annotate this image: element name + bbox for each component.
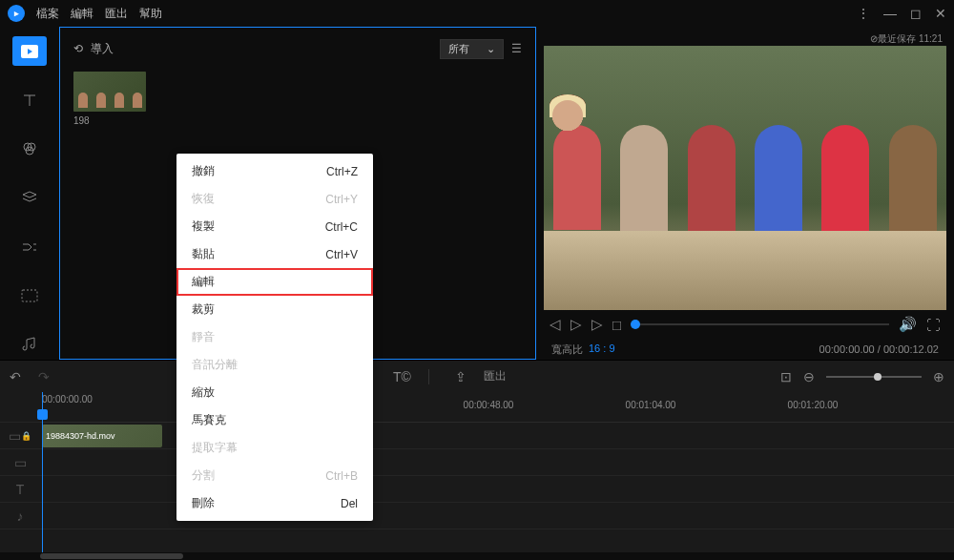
svg-rect-5 xyxy=(22,290,37,301)
timeline-toolbar: ↶ ↷ ⊞ ⛶ ⊙ 🎙 T© ⇪ 匯出 ⊡ ⊖ ⊕ xyxy=(0,360,954,392)
thumbnail-label: 198 xyxy=(73,115,146,126)
ctx-crop[interactable]: 裁剪 xyxy=(176,296,373,323)
text-tool-icon[interactable]: T© xyxy=(393,369,411,384)
ctx-split[interactable]: 分割Ctrl+B xyxy=(176,462,373,489)
ctx-delete[interactable]: 刪除Del xyxy=(176,489,373,517)
track-label-text[interactable]: T xyxy=(0,476,40,503)
preview-info: 寬高比 16 : 9 00:00:00.00 / 00:00:12.02 xyxy=(544,339,946,360)
track-label-overlay[interactable]: ▭ xyxy=(0,449,40,476)
thumbnail-image xyxy=(73,72,146,112)
ctx-mosaic[interactable]: 馬賽克 xyxy=(176,406,373,434)
track-labels: ▭🔒 ▭ T ♪ xyxy=(0,392,40,552)
close-icon[interactable]: ✕ xyxy=(935,6,946,21)
sidebar-item-transition[interactable] xyxy=(12,232,47,261)
zoom-slider[interactable] xyxy=(826,376,922,378)
zoom-out-icon[interactable]: ⊖ xyxy=(803,369,815,384)
titlebar: ▸ 檔案 編輯 匯出 幫助 ⋮ — ◻ ✕ xyxy=(0,0,954,27)
import-icon[interactable]: ⟲ xyxy=(73,42,83,55)
sidebar xyxy=(0,27,59,360)
zoom-in-icon[interactable]: ⊕ xyxy=(933,369,944,384)
sidebar-item-audio[interactable] xyxy=(12,330,47,360)
scrollbar-thumb[interactable] xyxy=(40,553,183,559)
ctx-edit[interactable]: 編輯 xyxy=(176,268,373,296)
redo-icon[interactable]: ↷ xyxy=(38,369,50,384)
timeline-scrollbar[interactable] xyxy=(0,552,954,560)
volume-icon[interactable]: 🔊 xyxy=(899,316,917,333)
main-menu: 檔案 編輯 匯出 幫助 xyxy=(36,6,162,22)
media-header: ⟲ 導入 所有 ⌄ ☰ xyxy=(73,35,522,62)
ctx-copy[interactable]: 複製Ctrl+C xyxy=(176,213,373,240)
fullscreen-icon[interactable]: ⛶ xyxy=(926,317,941,333)
autosave-label: ⊘最近保存 11:21 xyxy=(544,32,946,46)
preview-viewport[interactable] xyxy=(544,46,946,310)
ruler-mark: 00:01:20.00 xyxy=(788,400,839,410)
timeline: ▭🔒 ▭ T ♪ 00:00:00.00 00:00:32.00 00:00:4… xyxy=(0,392,954,552)
main-body: ⟲ 導入 所有 ⌄ ☰ 198 撤銷Ctrl+Z 恢復Ctrl+Y xyxy=(0,27,954,360)
menu-edit[interactable]: 編輯 xyxy=(71,6,93,22)
menu-help[interactable]: 幫助 xyxy=(139,6,162,22)
window-controls: ⋮ — ◻ ✕ xyxy=(857,6,946,21)
ruler-mark: 00:01:04.00 xyxy=(626,400,676,410)
time-display: 00:00:00.00 / 00:00:12.02 xyxy=(819,343,939,355)
undo-icon[interactable]: ↶ xyxy=(10,369,21,384)
filter-dropdown[interactable]: 所有 ⌄ xyxy=(440,39,504,59)
ctx-subtitle[interactable]: 提取字幕 xyxy=(176,434,373,462)
ctx-audio-detach[interactable]: 音訊分離 xyxy=(176,351,373,379)
playhead[interactable] xyxy=(42,392,43,552)
ctx-redo[interactable]: 恢復Ctrl+Y xyxy=(176,185,373,213)
preview-panel: ⊘最近保存 11:21 ◁ ▷ ▷ □ 🔊 ⛶ 寬高比 xyxy=(536,27,954,360)
sidebar-item-element[interactable] xyxy=(12,280,47,310)
ctx-paste[interactable]: 黏貼Ctrl+V xyxy=(176,240,373,268)
menu-export[interactable]: 匯出 xyxy=(105,6,128,22)
sidebar-item-text[interactable] xyxy=(12,85,47,114)
next-frame-button[interactable]: ▷ xyxy=(591,316,603,333)
import-button[interactable]: 導入 xyxy=(91,41,114,57)
titlebar-left: ▸ 檔案 編輯 匯出 幫助 xyxy=(8,5,162,22)
filter-label: 所有 xyxy=(448,42,469,56)
track-label-video[interactable]: ▭🔒 xyxy=(0,423,40,449)
stop-button[interactable]: □ xyxy=(612,317,621,333)
minimize-icon[interactable]: — xyxy=(883,6,897,21)
maximize-icon[interactable]: ◻ xyxy=(910,6,922,21)
sidebar-item-media[interactable] xyxy=(12,36,47,66)
ruler-start-time: 00:00:00.00 xyxy=(42,394,93,404)
fit-icon[interactable]: ⊡ xyxy=(780,369,792,384)
track-label-audio[interactable]: ♪ xyxy=(0,503,40,529)
aspect-value[interactable]: 16 : 9 xyxy=(589,342,615,357)
playback-slider[interactable] xyxy=(631,323,889,325)
media-panel: ⟲ 導入 所有 ⌄ ☰ 198 撤銷Ctrl+Z 恢復Ctrl+Y xyxy=(59,27,536,360)
video-clip[interactable]: 19884307-hd.mov xyxy=(42,425,162,447)
media-thumbnail[interactable]: 198 xyxy=(73,72,146,126)
sidebar-item-overlay[interactable] xyxy=(12,183,47,213)
ctx-undo[interactable]: 撤銷Ctrl+Z xyxy=(176,157,373,185)
export-button[interactable]: 匯出 xyxy=(484,368,507,384)
context-menu: 撤銷Ctrl+Z 恢復Ctrl+Y 複製Ctrl+C 黏貼Ctrl+V 編輯 裁… xyxy=(176,154,373,521)
menu-file[interactable]: 檔案 xyxy=(36,6,59,22)
ctx-zoom[interactable]: 縮放 xyxy=(176,379,373,406)
ctx-mute[interactable]: 靜音 xyxy=(176,323,373,351)
prev-frame-button[interactable]: ◁ xyxy=(550,316,561,333)
sidebar-item-filter[interactable] xyxy=(12,135,47,164)
export-icon[interactable]: ⇪ xyxy=(455,369,467,384)
chevron-down-icon: ⌄ xyxy=(487,43,495,55)
more-icon[interactable]: ⋮ xyxy=(857,6,870,21)
ruler-mark: 00:00:48.00 xyxy=(464,400,514,410)
list-view-icon[interactable]: ☰ xyxy=(511,42,522,55)
playback-controls: ◁ ▷ ▷ □ 🔊 ⛶ xyxy=(544,310,946,339)
aspect-label: 寬高比 xyxy=(551,342,583,357)
play-button[interactable]: ▷ xyxy=(570,316,582,333)
app-logo: ▸ xyxy=(8,5,25,22)
